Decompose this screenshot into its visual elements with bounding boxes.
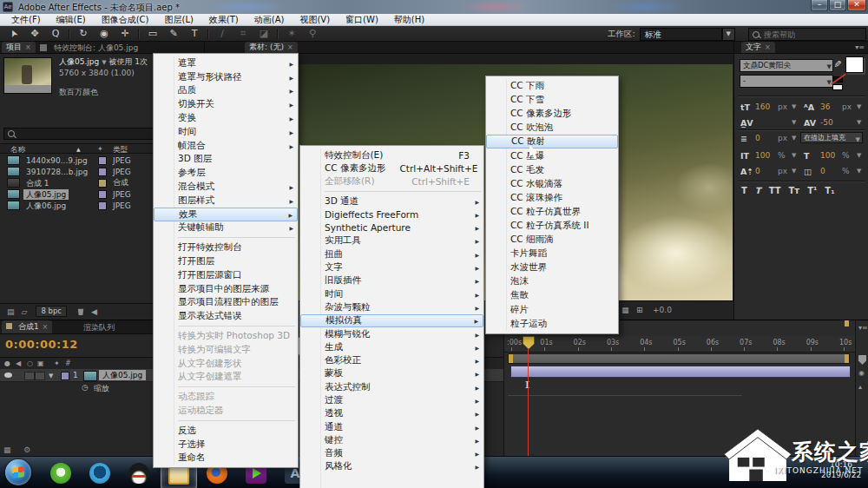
clone-stamp-tool-icon[interactable]: ⌗ bbox=[233, 26, 253, 41]
dropdown-arrow-icon[interactable]: ▼ bbox=[857, 152, 861, 159]
menu-item[interactable]: 通道▶ bbox=[300, 420, 483, 433]
menu-item[interactable]: 焦散 bbox=[486, 288, 618, 302]
column-type[interactable]: 类型 bbox=[113, 144, 128, 155]
new-folder-icon[interactable]: ▱ bbox=[22, 307, 28, 316]
collapse-icon[interactable]: ◀ bbox=[91, 307, 97, 316]
help-search-input[interactable] bbox=[762, 30, 865, 40]
font-family-dropdown[interactable]: 文鼎DC黄阳尖▼ bbox=[740, 59, 833, 72]
vertical-scale-value[interactable]: 100 bbox=[755, 151, 770, 160]
stroke-width-value[interactable]: 0 bbox=[755, 134, 760, 142]
menu-item[interactable]: CC 吹泡泡 bbox=[486, 121, 618, 135]
menu-item[interactable]: 重命名 bbox=[154, 452, 298, 465]
taskbar-app-video-player[interactable] bbox=[82, 458, 117, 487]
menu-item[interactable]: 键控▶ bbox=[300, 433, 483, 446]
horizontal-scale-value[interactable]: 100 bbox=[820, 151, 835, 160]
current-timecode[interactable]: 0:00:00:12 bbox=[5, 338, 78, 351]
rotate-tool-icon[interactable]: ↻ bbox=[73, 26, 94, 41]
tab-project[interactable]: 项目× bbox=[2, 42, 36, 53]
column-name[interactable]: 名称 bbox=[10, 144, 25, 155]
menu-item[interactable]: 变换▶ bbox=[154, 111, 298, 125]
menu-item[interactable]: 时间▶ bbox=[154, 125, 298, 139]
menu-item[interactable]: CC 粒子仿真系统 II bbox=[486, 219, 618, 233]
bit-depth-chip[interactable]: 8 bpc bbox=[36, 306, 67, 317]
menubar-item-5[interactable]: 动画(A) bbox=[247, 14, 293, 26]
workspace-dropdown[interactable]: 标准 bbox=[640, 28, 722, 41]
tsume-value[interactable]: 0 bbox=[820, 167, 825, 175]
work-area-bar[interactable] bbox=[508, 353, 850, 364]
type-style-button-3[interactable]: Tт bbox=[789, 186, 800, 195]
switch-box[interactable] bbox=[24, 372, 35, 380]
dropdown-arrow-icon[interactable]: ▼ bbox=[857, 103, 861, 110]
menu-item[interactable]: 从文字创建形状 bbox=[154, 357, 298, 371]
type-style-button-4[interactable]: T¹ bbox=[807, 186, 817, 195]
dropdown-arrow-icon[interactable]: ▼ bbox=[792, 135, 796, 142]
menu-item[interactable]: CC 下雨 bbox=[486, 79, 618, 93]
menu-item[interactable]: 蒙板▶ bbox=[300, 367, 483, 380]
layer-duration-bar[interactable] bbox=[510, 366, 851, 378]
expand-triangle-icon[interactable]: ▼ bbox=[49, 373, 53, 379]
menu-item[interactable]: 效果▶ bbox=[154, 208, 298, 221]
roto-brush-tool-icon[interactable]: ✶ bbox=[281, 26, 302, 41]
pan-behind-tool-icon[interactable]: ✛ bbox=[115, 26, 135, 41]
menu-item[interactable]: 透视▶ bbox=[300, 407, 483, 420]
close-icon[interactable]: × bbox=[287, 43, 293, 51]
close-icon[interactable]: × bbox=[43, 323, 49, 331]
menu-item[interactable]: 水波世界 bbox=[486, 260, 618, 274]
project-search-box[interactable] bbox=[3, 128, 160, 140]
menu-item[interactable]: 动态跟踪 bbox=[154, 390, 298, 404]
menu-item[interactable]: 显示项目流程图中的图层 bbox=[154, 296, 298, 310]
menu-item[interactable]: 图层样式▶ bbox=[154, 194, 298, 208]
dropdown-arrow-icon[interactable]: ▼ bbox=[792, 119, 796, 126]
menu-item[interactable]: Synthetic Aperture▶ bbox=[300, 221, 483, 234]
menubar-item-2[interactable]: 图像合成(C) bbox=[94, 14, 157, 26]
close-button[interactable]: ✕ bbox=[847, 0, 866, 11]
menu-item[interactable]: Digieffects FreeForm▶ bbox=[300, 208, 483, 221]
panel-menu-icon[interactable]: ▾≡ bbox=[858, 324, 868, 332]
panel-menu-icon[interactable]: ▾≡ bbox=[855, 43, 865, 51]
property-name[interactable]: 缩放 bbox=[94, 383, 109, 394]
menu-item[interactable]: 杂波与颗粒▶ bbox=[300, 300, 483, 313]
workspace-dropdown-arrow-icon[interactable]: ▼ bbox=[722, 28, 735, 41]
menu-item[interactable]: 特效控制台(E)F3 bbox=[300, 148, 483, 162]
tab-render-queue[interactable]: 渲染队列 bbox=[83, 322, 115, 333]
font-style-dropdown[interactable]: -▼ bbox=[740, 75, 833, 88]
menu-item[interactable]: 生成▶ bbox=[300, 340, 483, 353]
pen-tool-icon[interactable]: ✎ bbox=[163, 26, 184, 41]
menu-item[interactable]: 表达式控制▶ bbox=[300, 380, 483, 393]
menu-item[interactable]: CC 星爆 bbox=[486, 148, 618, 162]
dropdown-arrow-icon[interactable]: ▼ bbox=[792, 168, 796, 175]
menu-item[interactable]: CC 细雨滴 bbox=[486, 233, 618, 247]
menubar-item-6[interactable]: 视图(V) bbox=[292, 14, 338, 26]
maximize-button[interactable]: □ bbox=[829, 0, 846, 11]
menu-item[interactable]: 子选择 bbox=[154, 438, 298, 452]
taskbar-app-browser-360[interactable] bbox=[43, 458, 78, 487]
menu-item[interactable]: CC 滚珠操作 bbox=[486, 191, 618, 205]
menu-item[interactable]: 反选 bbox=[154, 424, 298, 438]
taskbar-app-qq[interactable] bbox=[122, 458, 156, 487]
menubar-item-3[interactable]: 图层(L) bbox=[156, 14, 201, 26]
brush-tool-icon[interactable]: ∕ bbox=[212, 26, 233, 41]
type-style-button-0[interactable]: T bbox=[741, 186, 747, 195]
timeline-footer-icons[interactable]: ▦ ⚙ bbox=[3, 445, 36, 454]
menu-item[interactable]: 品质▶ bbox=[154, 84, 298, 98]
menubar-item-1[interactable]: 编辑(E) bbox=[49, 14, 94, 26]
dropdown-arrow-icon[interactable]: ▼ bbox=[857, 168, 861, 175]
menu-item[interactable]: 模拟仿真▶ bbox=[300, 314, 483, 327]
menu-item[interactable]: 扭曲▶ bbox=[300, 247, 483, 260]
tab-composition[interactable]: 合成1× bbox=[2, 320, 52, 333]
menu-item[interactable]: 转换为可编辑文字 bbox=[154, 343, 298, 357]
dropdown-arrow-icon[interactable]: ▼ bbox=[792, 152, 796, 159]
dropdown-arrow-icon[interactable]: ▼ bbox=[792, 103, 796, 110]
type-style-button-5[interactable]: T₁ bbox=[825, 186, 834, 195]
menu-item[interactable]: 音频▶ bbox=[300, 447, 483, 460]
view-options-icon[interactable]: ▦ bbox=[621, 306, 629, 314]
menu-item[interactable]: 文字▶ bbox=[300, 260, 483, 274]
menu-item[interactable]: CC 像素多边形Ctrl+Alt+Shift+E bbox=[300, 162, 483, 175]
eye-icon[interactable] bbox=[4, 373, 12, 378]
menubar-item-8[interactable]: 帮助(H) bbox=[386, 14, 432, 26]
menubar-item-4[interactable]: 效果(T) bbox=[201, 14, 247, 26]
switch-box[interactable] bbox=[35, 372, 45, 380]
menu-item[interactable]: 模糊与锐化▶ bbox=[300, 327, 483, 340]
fill-color-swatch[interactable] bbox=[845, 56, 864, 73]
close-icon[interactable]: × bbox=[25, 43, 31, 51]
